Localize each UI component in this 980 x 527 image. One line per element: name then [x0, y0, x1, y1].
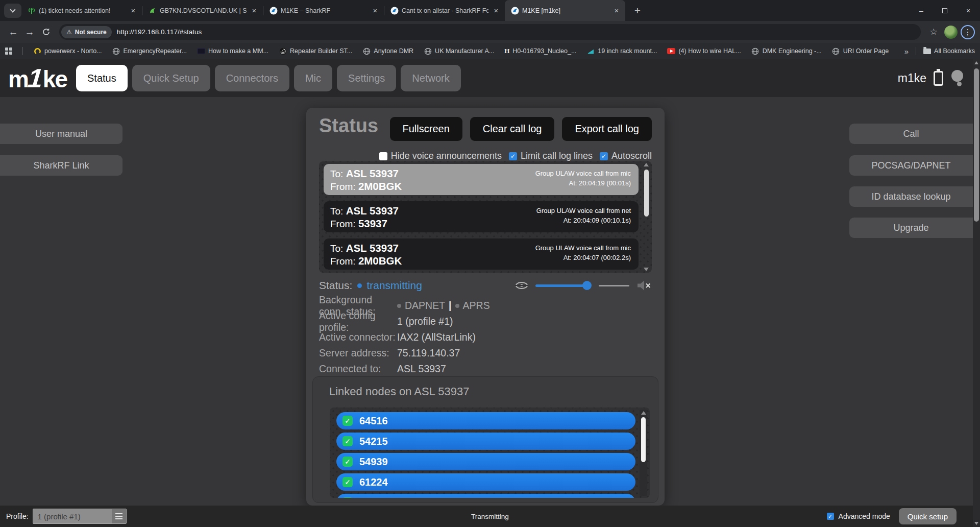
tab-connectors[interactable]: Connectors: [215, 65, 289, 91]
close-icon[interactable]: ×: [250, 6, 259, 15]
fullscreen-button[interactable]: Fullscreen: [390, 117, 462, 141]
call-log-entry[interactable]: To: ASL 53937 From: 2M0BGK Group ULAW vo…: [324, 164, 639, 195]
limit-call-log-lines-checkbox[interactable]: ✓ Limit call log lines: [509, 151, 593, 161]
bookmark-youtube-hal[interactable]: (4) How to wire HAL...: [667, 47, 741, 55]
pocsag-dapnet-button[interactable]: POCSAG/DAPNET: [849, 155, 973, 176]
close-icon[interactable]: ×: [492, 6, 501, 15]
close-icon[interactable]: ×: [371, 6, 380, 15]
browser-tab-3[interactable]: M1KE – SharkRF ×: [263, 0, 384, 21]
from-label: From:: [330, 219, 356, 229]
browser-tab-2[interactable]: GB7KN.DVSCOTLAND.UK | Supe ×: [142, 0, 263, 21]
node-row[interactable]: ✓ 54215: [336, 433, 635, 450]
hide-voice-announcements-checkbox[interactable]: Hide voice announcements: [379, 151, 502, 161]
scroll-up-icon[interactable]: [974, 61, 978, 64]
new-tab-button[interactable]: +: [630, 5, 645, 17]
globe-icon: [362, 47, 371, 55]
bookmark-repeater-builder[interactable]: Repeater Builder ST...: [279, 47, 352, 55]
browser-tab-4[interactable]: Cant tx on allstar - SharkRF Foru ×: [384, 0, 505, 21]
tab-search-button[interactable]: [4, 4, 21, 18]
node-row[interactable]: ✓ 64516: [336, 412, 635, 429]
call-time: At: 20:04:07 (00:02.2s): [535, 253, 631, 262]
bookmark-dmk[interactable]: DMK Engineering -...: [751, 47, 822, 55]
scroll-down-icon[interactable]: [644, 268, 649, 271]
call-log-entry[interactable]: To: ASL 53937 From: 53937 Group ULAW voi…: [324, 201, 639, 232]
scrollbar-thumb[interactable]: [641, 417, 646, 462]
maximize-icon: [942, 8, 947, 13]
autoscroll-checkbox[interactable]: ✓ Autoscroll: [600, 151, 652, 161]
bookmarks-overflow-button[interactable]: »: [904, 47, 909, 56]
profile-avatar[interactable]: [944, 26, 958, 39]
tab-mic[interactable]: Mic: [294, 65, 332, 91]
profile-select[interactable]: 1 (profile #1): [33, 509, 127, 524]
globe-icon: [112, 47, 120, 55]
url-text[interactable]: http://192.168.0.117/#status: [117, 28, 202, 36]
scroll-up-icon[interactable]: [641, 411, 646, 415]
browser-tab-active[interactable]: M1KE [m1ke] ×: [505, 0, 625, 21]
bookmark-how-to-make[interactable]: How to make a MM...: [197, 47, 268, 55]
bookmark-star-icon[interactable]: ☆: [926, 27, 941, 37]
close-window-button[interactable]: ×: [957, 0, 980, 21]
bookmark-uri-order[interactable]: URI Order Page: [832, 47, 889, 55]
all-bookmarks-button[interactable]: All Bookmarks: [923, 47, 975, 55]
maximize-button[interactable]: [933, 0, 957, 21]
secondary-slider[interactable]: [599, 285, 629, 286]
back-button[interactable]: ←: [5, 24, 21, 40]
node-row[interactable]: ✓ 54939: [336, 453, 635, 470]
call-button[interactable]: Call: [849, 124, 973, 144]
scroll-down-icon[interactable]: [974, 522, 978, 525]
sharkrf-link-button[interactable]: SharkRF Link: [0, 155, 122, 176]
id-database-lookup-button[interactable]: ID database lookup: [849, 186, 973, 207]
user-manual-button[interactable]: User manual: [0, 124, 122, 144]
node-row[interactable]: ✓ 61224: [336, 473, 635, 491]
speaker-muted-icon[interactable]: [636, 280, 652, 291]
upgrade-button[interactable]: Upgrade: [849, 218, 973, 238]
log-options: Hide voice announcements ✓ Limit call lo…: [379, 151, 652, 161]
close-icon[interactable]: ×: [612, 6, 621, 15]
linked-nodes-list[interactable]: ✓ 64516 ✓ 54215 ✓ 54939 ✓ 61224 ✓ 64460: [330, 408, 650, 498]
close-icon[interactable]: ×: [129, 6, 138, 15]
bookmark-uk-manufacturer[interactable]: UK Manufacturer A...: [424, 47, 494, 55]
tab-status[interactable]: Status: [76, 65, 128, 91]
volume-slider[interactable]: [535, 281, 592, 290]
sharkrf-icon: [390, 7, 399, 15]
security-badge[interactable]: ⚠ Not secure: [61, 26, 112, 38]
profile-list-button[interactable]: [112, 509, 126, 523]
node-check-icon[interactable]: ✓: [342, 477, 353, 487]
bookmark-rack-mount[interactable]: 19 inch rack mount...: [586, 47, 657, 55]
slider-thumb[interactable]: [582, 281, 592, 290]
bookmark-label: Anytone DMR: [374, 47, 413, 55]
tab-quick-setup[interactable]: Quick Setup: [132, 65, 210, 91]
node-check-icon[interactable]: ✓: [342, 436, 353, 446]
bookmark-emergencyrepeater[interactable]: EmergencyRepeater...: [112, 47, 187, 55]
bookmark-nucleo[interactable]: H H0-016793_Nucleo_...: [504, 47, 576, 55]
node-check-icon[interactable]: ✓: [342, 457, 353, 467]
scrollbar-thumb[interactable]: [644, 170, 649, 217]
nodes-scrollbar[interactable]: [640, 410, 647, 496]
scrollbar-thumb[interactable]: [974, 68, 979, 222]
address-bar[interactable]: ⚠ Not secure http://192.168.0.117/#statu…: [59, 24, 921, 40]
tab-network[interactable]: Network: [401, 65, 460, 91]
tab-title: GB7KN.DVSCOTLAND.UK | Supe: [160, 7, 247, 14]
minimize-button[interactable]: –: [910, 0, 933, 21]
call-log-entry[interactable]: To: ASL 53937 From: 2M0BGK Group ULAW vo…: [324, 238, 639, 270]
tab-settings[interactable]: Settings: [337, 65, 396, 91]
browser-tab-1[interactable]: (1) ticket needs attention! ×: [21, 0, 142, 21]
quick-setup-button[interactable]: Quick setup: [899, 508, 957, 524]
clear-call-log-button[interactable]: Clear call log: [470, 117, 555, 141]
page-scrollbar[interactable]: [973, 59, 980, 527]
browser-menu-button[interactable]: ⋮: [961, 25, 975, 39]
bookmark-powerwerx[interactable]: powerwerx - Norto...: [33, 47, 102, 55]
call-log-scrollbar[interactable]: [643, 163, 650, 271]
reload-button[interactable]: [38, 24, 54, 40]
node-check-icon[interactable]: ✓: [342, 416, 353, 426]
call-log[interactable]: To: ASL 53937 From: 2M0BGK Group ULAW vo…: [319, 161, 652, 273]
advanced-mode-checkbox[interactable]: ✓: [827, 513, 834, 520]
scroll-up-icon[interactable]: [644, 163, 649, 166]
node-check-icon[interactable]: ✓: [342, 497, 353, 498]
bookmark-anytone[interactable]: Anytone DMR: [362, 47, 413, 55]
export-call-log-button[interactable]: Export call log: [562, 117, 652, 141]
node-row[interactable]: ✓ 64460: [336, 494, 635, 498]
apps-grid-icon[interactable]: [5, 47, 12, 55]
forward-button[interactable]: →: [21, 24, 38, 40]
tab-title: Cant tx on allstar - SharkRF Foru: [402, 7, 488, 14]
